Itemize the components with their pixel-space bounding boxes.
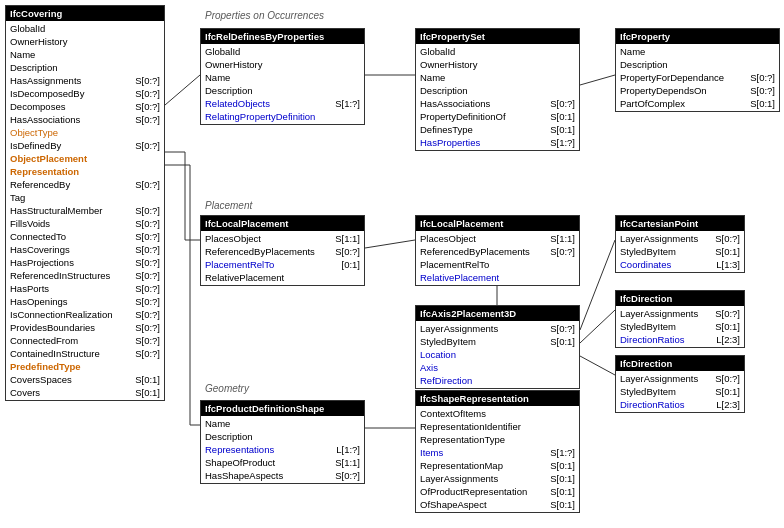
class-header-ifcPropertySet: IfcPropertySet xyxy=(416,29,579,44)
row-HasAssignments: HasAssignmentsS[0:?] xyxy=(6,74,164,87)
row-ReferencedInStructures: ReferencedInStructuresS[0:?] xyxy=(6,269,164,282)
row-pds-Name: Name xyxy=(201,417,364,430)
row-IsDefinedBy: IsDefinedByS[0:?] xyxy=(6,139,164,152)
class-ifcCartesianPoint: IfcCartesianPoint LayerAssignmentsS[0:?]… xyxy=(615,215,745,273)
row-sr-Items: ItemsS[1:?] xyxy=(416,446,579,459)
row-rdbp-RelatedObjects: RelatedObjectsS[1:?] xyxy=(201,97,364,110)
row-rdbp-OwnerHistory: OwnerHistory xyxy=(201,58,364,71)
row-CoversSpaces: CoversSpacesS[0:1] xyxy=(6,373,164,386)
section-label-properties: Properties on Occurrences xyxy=(205,10,324,21)
row-rdbp-Name: Name xyxy=(201,71,364,84)
row-ConnectedTo: ConnectedToS[0:?] xyxy=(6,230,164,243)
row-FillsVoids: FillsVoidsS[0:?] xyxy=(6,217,164,230)
row-cp-StyledByItem: StyledByItemS[0:1] xyxy=(616,245,744,258)
row-sr-OfShapeAspect: OfShapeAspectS[0:1] xyxy=(416,498,579,511)
row-Description: Description xyxy=(6,61,164,74)
row-Tag: Tag xyxy=(6,191,164,204)
row-ps-DefinesType: DefinesTypeS[0:1] xyxy=(416,123,579,136)
row-lp1-ReferencedByPlacements: ReferencedByPlacementsS[0:?] xyxy=(201,245,364,258)
class-header-ifcProperty: IfcProperty xyxy=(616,29,779,44)
row-p-Description: Description xyxy=(616,58,779,71)
row-Covers: CoversS[0:1] xyxy=(6,386,164,399)
row-lp1-RelativePlacement: RelativePlacement xyxy=(201,271,364,284)
section-label-geometry: Geometry xyxy=(205,383,249,394)
svg-line-9 xyxy=(580,310,615,343)
row-pds-Description: Description xyxy=(201,430,364,443)
row-ps-GlobalId: GlobalId xyxy=(416,45,579,58)
row-HasStructuralMember: HasStructuralMemberS[0:?] xyxy=(6,204,164,217)
row-HasCoverings: HasCoveringsS[0:?] xyxy=(6,243,164,256)
row-cp-LayerAssignments: LayerAssignmentsS[0:?] xyxy=(616,232,744,245)
row-GlobalId: GlobalId xyxy=(6,22,164,35)
row-ps-OwnerHistory: OwnerHistory xyxy=(416,58,579,71)
row-ObjectPlacement: ObjectPlacement xyxy=(6,152,164,165)
row-rdbp-GlobalId: GlobalId xyxy=(201,45,364,58)
row-lp1-PlacesObject: PlacesObjectS[1:1] xyxy=(201,232,364,245)
row-Name: Name xyxy=(6,48,164,61)
diagram-container: Properties on Occurrences Placement Geom… xyxy=(0,0,784,528)
row-sr-ContextOfItems: ContextOfItems xyxy=(416,407,579,420)
row-lp1-PlacementRelTo: PlacementRelTo[0:1] xyxy=(201,258,364,271)
class-ifcAxis2Placement3D: IfcAxis2Placement3D LayerAssignmentsS[0:… xyxy=(415,305,580,389)
row-IsDecomposedBy: IsDecomposedByS[0:?] xyxy=(6,87,164,100)
class-header-ifcProductDefinitionShape: IfcProductDefinitionShape xyxy=(201,401,364,416)
class-header-ifcCartesianPoint: IfcCartesianPoint xyxy=(616,216,744,231)
class-header-ifcShapeRepresentation: IfcShapeRepresentation xyxy=(416,391,579,406)
row-sr-RepresentationType: RepresentationType xyxy=(416,433,579,446)
class-ifcLocalPlacement1: IfcLocalPlacement PlacesObjectS[1:1] Ref… xyxy=(200,215,365,286)
class-ifcPropertySet: IfcPropertySet GlobalId OwnerHistory Nam… xyxy=(415,28,580,151)
svg-line-0 xyxy=(165,75,200,105)
svg-line-8 xyxy=(580,240,615,330)
row-IsConnectionRealization: IsConnectionRealizationS[0:?] xyxy=(6,308,164,321)
row-pds-ShapeOfProduct: ShapeOfProductS[1:1] xyxy=(201,456,364,469)
row-HasProjections: HasProjectionsS[0:?] xyxy=(6,256,164,269)
row-ObjectType: ObjectType xyxy=(6,126,164,139)
row-lp2-ReferencedByPlacements: ReferencedByPlacementsS[0:?] xyxy=(416,245,579,258)
row-p-PropertyDependsOn: PropertyDependsOnS[0:?] xyxy=(616,84,779,97)
class-ifcDirection1: IfcDirection LayerAssignmentsS[0:?] Styl… xyxy=(615,290,745,348)
row-ConnectedFrom: ConnectedFromS[0:?] xyxy=(6,334,164,347)
row-p-Name: Name xyxy=(616,45,779,58)
class-header-ifcLocalPlacement2: IfcLocalPlacement xyxy=(416,216,579,231)
row-HasOpenings: HasOpeningsS[0:?] xyxy=(6,295,164,308)
row-d1-StyledByItem: StyledByItemS[0:1] xyxy=(616,320,744,333)
row-d1-LayerAssignments: LayerAssignmentsS[0:?] xyxy=(616,307,744,320)
class-header-ifcDirection1: IfcDirection xyxy=(616,291,744,306)
row-d2-LayerAssignments: LayerAssignmentsS[0:?] xyxy=(616,372,744,385)
row-pds-HasShapeAspects: HasShapeAspectsS[0:?] xyxy=(201,469,364,482)
class-ifcProductDefinitionShape: IfcProductDefinitionShape Name Descripti… xyxy=(200,400,365,484)
row-ReferencedBy: ReferencedByS[0:?] xyxy=(6,178,164,191)
class-ifcShapeRepresentation: IfcShapeRepresentation ContextOfItems Re… xyxy=(415,390,580,513)
class-ifcProperty: IfcProperty Name Description PropertyFor… xyxy=(615,28,780,112)
row-ps-HasAssociations: HasAssociationsS[0:?] xyxy=(416,97,579,110)
row-rdbp-Description: Description xyxy=(201,84,364,97)
svg-line-2 xyxy=(580,75,615,85)
row-Decomposes: DecomposesS[0:?] xyxy=(6,100,164,113)
class-header-ifcLocalPlacement1: IfcLocalPlacement xyxy=(201,216,364,231)
row-HasAssociations: HasAssociationsS[0:?] xyxy=(6,113,164,126)
row-ps-Name: Name xyxy=(416,71,579,84)
class-header-ifcAxis2Placement3D: IfcAxis2Placement3D xyxy=(416,306,579,321)
row-rdbp-RelatingPropertyDefinition: RelatingPropertyDefinition xyxy=(201,110,364,123)
row-sr-LayerAssignments: LayerAssignmentsS[0:1] xyxy=(416,472,579,485)
row-d1-DirectionRatios: DirectionRatiosL[2:3] xyxy=(616,333,744,346)
class-header-ifcDirection2: IfcDirection xyxy=(616,356,744,371)
class-ifcDirection2: IfcDirection LayerAssignmentsS[0:?] Styl… xyxy=(615,355,745,413)
class-body-ifcCovering: GlobalId OwnerHistory Name Description H… xyxy=(6,21,164,400)
row-a3d-Location: Location xyxy=(416,348,579,361)
class-ifcCovering: IfcCovering GlobalId OwnerHistory Name D… xyxy=(5,5,165,401)
row-a3d-LayerAssignments: LayerAssignmentsS[0:?] xyxy=(416,322,579,335)
row-HasPorts: HasPortsS[0:?] xyxy=(6,282,164,295)
svg-line-10 xyxy=(580,356,615,375)
row-ContainedInStructure: ContainedInStructureS[0:?] xyxy=(6,347,164,360)
row-PredefinedType: PredefinedType xyxy=(6,360,164,373)
row-ps-Description: Description xyxy=(416,84,579,97)
row-lp2-RelativePlacement: RelativePlacement xyxy=(416,271,579,284)
row-pds-Representations: RepresentationsL[1:?] xyxy=(201,443,364,456)
row-a3d-StyledByItem: StyledByItemS[0:1] xyxy=(416,335,579,348)
row-d2-DirectionRatios: DirectionRatiosL[2:3] xyxy=(616,398,744,411)
class-ifcLocalPlacement2: IfcLocalPlacement PlacesObjectS[1:1] Ref… xyxy=(415,215,580,286)
svg-line-6 xyxy=(365,240,415,248)
row-p-PropertyForDependance: PropertyForDependanceS[0:?] xyxy=(616,71,779,84)
row-cp-Coordinates: CoordinatesL[1:3] xyxy=(616,258,744,271)
